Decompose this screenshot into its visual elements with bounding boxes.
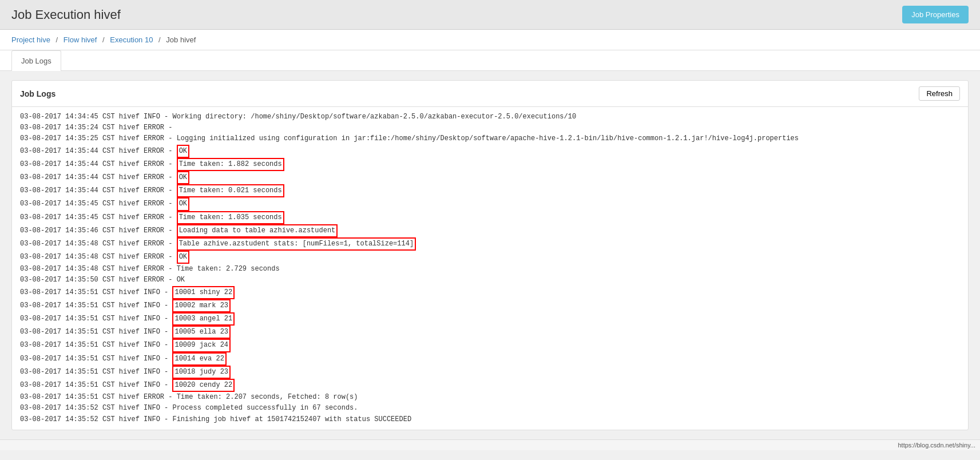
- log-line: 03-08-2017 14:35:51 CST hivef ERROR - Ti…: [20, 392, 960, 403]
- log-line: 03-08-2017 14:35:45 CST hivef ERROR - Ti…: [20, 211, 960, 224]
- log-line: 03-08-2017 14:35:52 CST hivef INFO - Pro…: [20, 403, 960, 414]
- log-line: 03-08-2017 14:35:25 CST hivef ERROR - Lo…: [20, 133, 960, 144]
- log-line: 03-08-2017 14:35:48 CST hivef ERROR - Ti…: [20, 264, 960, 275]
- tab-bar: Job Logs: [0, 50, 980, 71]
- log-box: OK: [177, 251, 189, 264]
- log-line: 03-08-2017 14:35:51 CST hivef INFO - 100…: [20, 379, 960, 392]
- breadcrumb: Project hive / Flow hivef / Execution 10…: [0, 30, 980, 50]
- log-box: OK: [177, 145, 189, 158]
- breadcrumb-execution-link[interactable]: Execution 10: [110, 35, 155, 44]
- log-box: 10009 jack 24: [172, 339, 231, 352]
- log-box: Table azhive.azstudent stats: [numFiles=…: [177, 237, 416, 251]
- breadcrumb-sep-2: /: [102, 35, 105, 44]
- log-line: 03-08-2017 14:35:48 CST hivef ERROR - OK: [20, 251, 960, 264]
- log-panel-header: Job Logs Refresh: [12, 81, 968, 107]
- page-title: Job Execution hivef: [11, 7, 121, 22]
- breadcrumb-job-current: Job hivef: [166, 35, 196, 44]
- log-box: 10020 cendy 22: [172, 379, 235, 392]
- log-box: Time taken: 1.882 seconds: [177, 158, 284, 171]
- log-line: 03-08-2017 14:35:51 CST hivef INFO - 100…: [20, 312, 960, 326]
- log-line: 03-08-2017 14:35:51 CST hivef INFO - 100…: [20, 352, 960, 366]
- log-box: 10001 shiny 22: [172, 286, 235, 299]
- main-content: Job Logs Refresh 03-08-2017 14:34:45 CST…: [0, 71, 980, 439]
- log-line: 03-08-2017 14:35:44 CST hivef ERROR - Ti…: [20, 184, 960, 197]
- log-line: 03-08-2017 14:35:48 CST hivef ERROR - Ta…: [20, 237, 960, 251]
- log-box: Time taken: 1.035 seconds: [177, 211, 284, 224]
- log-box: 10005 ella 23: [172, 326, 231, 339]
- log-panel-title: Job Logs: [20, 89, 55, 98]
- log-line: 03-08-2017 14:35:51 CST hivef INFO - 100…: [20, 286, 960, 299]
- log-line: 03-08-2017 14:35:44 CST hivef ERROR - OK: [20, 145, 960, 158]
- log-line: 03-08-2017 14:35:51 CST hivef INFO - 100…: [20, 339, 960, 352]
- log-box: 10014 eva 22: [172, 352, 226, 366]
- log-box: Loading data to table azhive.azstudent: [177, 224, 338, 237]
- log-line: 03-08-2017 14:35:45 CST hivef ERROR - OK: [20, 197, 960, 211]
- log-box: Time taken: 0.021 seconds: [177, 184, 284, 197]
- log-line: 03-08-2017 14:35:51 CST hivef INFO - 100…: [20, 299, 960, 312]
- log-line: 03-08-2017 14:35:52 CST hivef INFO - Fin…: [20, 414, 960, 425]
- log-line: 03-08-2017 14:35:24 CST hivef ERROR -: [20, 122, 960, 133]
- log-box: OK: [177, 197, 189, 211]
- url-bar: https://blog.csdn.net/shiny...: [0, 439, 980, 450]
- url-text: https://blog.csdn.net/shiny...: [898, 442, 975, 449]
- breadcrumb-sep-1: /: [56, 35, 58, 44]
- log-line: 03-08-2017 14:35:44 CST hivef ERROR - OK: [20, 171, 960, 184]
- log-panel: Job Logs Refresh 03-08-2017 14:34:45 CST…: [11, 80, 969, 430]
- tab-job-logs[interactable]: Job Logs: [11, 50, 61, 71]
- log-content-area[interactable]: 03-08-2017 14:34:45 CST hivef INFO - Wor…: [12, 107, 968, 430]
- log-line: 03-08-2017 14:35:44 CST hivef ERROR - Ti…: [20, 158, 960, 171]
- log-box: 10003 angel 21: [172, 312, 235, 326]
- breadcrumb-flow-link[interactable]: Flow hivef: [64, 35, 99, 44]
- log-line: 03-08-2017 14:35:51 CST hivef INFO - 100…: [20, 326, 960, 339]
- log-box: 10018 judy 23: [172, 366, 231, 379]
- refresh-button[interactable]: Refresh: [919, 86, 960, 101]
- page-header: Job Execution hivef Job Properties: [0, 0, 980, 30]
- log-line: 03-08-2017 14:35:50 CST hivef ERROR - OK: [20, 275, 960, 285]
- log-box: 10002 mark 23: [172, 299, 231, 312]
- breadcrumb-project-link[interactable]: Project hive: [11, 35, 53, 44]
- log-line: 03-08-2017 14:35:46 CST hivef ERROR - Lo…: [20, 224, 960, 237]
- log-line: 03-08-2017 14:35:51 CST hivef INFO - 100…: [20, 366, 960, 379]
- job-properties-button[interactable]: Job Properties: [902, 6, 969, 23]
- log-line: 03-08-2017 14:34:45 CST hivef INFO - Wor…: [20, 112, 960, 122]
- breadcrumb-sep-3: /: [158, 35, 161, 44]
- log-box: OK: [177, 171, 189, 184]
